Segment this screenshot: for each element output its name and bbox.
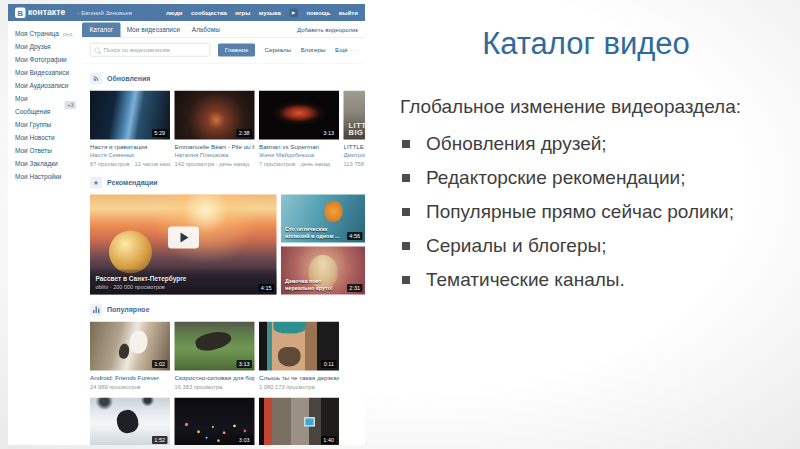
video-title[interactable]: Девочка поет нереально круто!	[285, 278, 340, 292]
filter-main-button[interactable]: Главное	[218, 43, 255, 56]
filter-bloggers[interactable]: Блогеры	[301, 46, 326, 53]
duration-badge: 1:40	[321, 436, 337, 444]
video-thumbnail[interactable]: 3:13	[175, 322, 255, 371]
section-header-recommendations: ★ Рекомендации	[90, 177, 365, 189]
video-card[interactable]: 2:38 Emmanuelle Béart - Pile ou face (В.…	[175, 91, 255, 168]
video-tabs: Каталог Мои видеозаписи Альбомы Добавить…	[82, 21, 365, 38]
video-card[interactable]: Сто оптических иллюзий в одном ... 4:56	[281, 195, 365, 243]
vk-logo-text: контакте	[28, 8, 65, 18]
sidebar-item-label: Мои Закладки	[15, 157, 58, 170]
video-title[interactable]: Настя и гравитация	[90, 143, 170, 151]
video-meta: oblitv · 200 000 просмотров	[96, 284, 247, 290]
vk-logo[interactable]: В контакте	[15, 7, 65, 18]
duration-badge: 3:13	[236, 360, 252, 368]
sidebar-item-my-page[interactable]: Моя Страница ред.	[15, 27, 82, 40]
bullet-item: Тематические каналы.	[398, 269, 774, 291]
play-button-icon[interactable]	[168, 227, 199, 249]
video-title[interactable]: LITTLE BI	[344, 143, 366, 151]
video-card-clipped[interactable]: LITTLE BIG LITTLE BI Дмитрий 113 758 п н…	[344, 91, 366, 168]
sidebar-item-news[interactable]: Мои Новости	[15, 131, 82, 144]
video-thumbnail[interactable]: 1:52	[90, 398, 170, 446]
video-title[interactable]: Сто оптических иллюзий в одном ...	[285, 226, 340, 240]
topbar-link-help[interactable]: помощь	[306, 9, 330, 16]
video-card[interactable]: 3:13 Batman vs Superman Женя Майдибнюша …	[259, 91, 339, 168]
recommendations-side-column: Сто оптических иллюзий в одном ... 4:56 …	[281, 195, 365, 295]
topbar-link-people[interactable]: люди	[166, 9, 182, 16]
bullet-item: Сериалы и блогеры;	[398, 235, 774, 257]
video-thumbnail[interactable]: 1:40	[259, 398, 339, 446]
video-meta: 142 просмотра · день назад	[175, 160, 255, 168]
video-thumbnail[interactable]: LITTLE BIG	[344, 91, 366, 140]
duration-badge: 0:11	[321, 360, 336, 368]
presentation-slide: В контакте ‹ Евгений Зиновьев люди сообщ…	[0, 0, 800, 449]
video-thumbnail[interactable]: 2:38	[175, 91, 255, 140]
video-card[interactable]: 0:11 Слышь ты че такая дерзкая? 1 080 17…	[259, 322, 339, 391]
bullet-item: Обновления друзей;	[398, 133, 774, 155]
video-title[interactable]: Android: Friends Furever	[90, 374, 170, 382]
topbar-link-logout[interactable]: выйти	[339, 9, 358, 16]
featured-video[interactable]: Рассвет в Санкт-Петербурге oblitv · 200 …	[90, 195, 277, 295]
updates-row: 5:29 Настя и гравитация Настя Семенюк 67…	[90, 91, 365, 168]
video-author[interactable]: Наталия Плешкова	[175, 151, 255, 159]
add-video-link[interactable]: Добавить видеоролик	[297, 26, 358, 37]
duration-badge: 3:13	[321, 129, 337, 137]
vk-main: Каталог Мои видеозаписи Альбомы Добавить…	[82, 21, 365, 445]
section-header-updates: Обновления	[90, 73, 365, 85]
video-author[interactable]: Настя Семенюк	[90, 151, 170, 159]
duration-badge: 2:38	[236, 129, 252, 137]
sidebar-item-groups[interactable]: Мои Группы	[15, 118, 82, 131]
sidebar-item-label: Мои Аудиозаписи	[15, 79, 68, 92]
filter-series[interactable]: Сериалы	[265, 46, 292, 53]
video-thumbnail[interactable]: 3:03	[175, 398, 255, 446]
topbar-user[interactable]: ‹ Евгений Зиновьев	[77, 9, 132, 16]
video-card[interactable]: 1:40 Как сдают бутылки в Германии 27 459…	[259, 398, 339, 446]
player-play-icon[interactable]: ▶	[289, 8, 298, 17]
sidebar-item-messages[interactable]: Мои Сообщения +3	[15, 92, 82, 118]
video-thumbnail[interactable]: 1:02	[90, 322, 170, 371]
video-author[interactable]: Женя Майдибнюша	[259, 151, 339, 159]
tab-my-videos[interactable]: Мои видеозаписи	[121, 23, 186, 38]
video-title[interactable]: Emmanuelle Béart - Pile ou face (В...	[175, 143, 255, 151]
video-card[interactable]: 5:29 Настя и гравитация Настя Семенюк 67…	[90, 91, 170, 168]
topbar-link-music[interactable]: музыка	[259, 9, 281, 16]
tab-albums[interactable]: Альбомы	[186, 23, 226, 38]
video-title[interactable]: Рассвет в Санкт-Петербурге	[96, 275, 247, 283]
video-title[interactable]: Слышь ты че такая дерзкая?	[259, 374, 339, 382]
search-row: Главное Сериалы Блогеры Ещё···	[82, 38, 365, 64]
sidebar-item-photos[interactable]: Мои Фотографии	[15, 53, 82, 66]
video-card[interactable]: 3:13 Скоростно-силовая для борцов . 16 3…	[175, 322, 255, 391]
sidebar-item-videos[interactable]: Мои Видеозаписи	[15, 66, 82, 79]
video-card[interactable]: Девочка поет нереально круто! 2:31	[281, 247, 365, 295]
topbar-link-games[interactable]: игры	[235, 9, 250, 16]
tab-catalog[interactable]: Каталог	[82, 23, 121, 38]
catalog-filters: Главное Сериалы Блогеры Ещё···	[218, 43, 358, 56]
sidebar-item-bookmarks[interactable]: Мои Закладки	[15, 157, 82, 170]
back-arrow-icon: ‹	[77, 10, 79, 16]
sidebar-item-audio[interactable]: Мои Аудиозаписи	[15, 79, 82, 92]
video-thumbnail[interactable]: 5:29	[90, 91, 170, 140]
video-author[interactable]: Дмитрий	[344, 151, 366, 159]
video-title[interactable]: Batman vs Superman	[259, 143, 339, 151]
vk-top-bar: В контакте ‹ Евгений Зиновьев люди сообщ…	[8, 4, 365, 21]
video-card[interactable]: 3:03 Новый 2015 год Актау время 00:00,..…	[175, 398, 255, 446]
search-box	[90, 43, 210, 57]
sidebar-item-friends[interactable]: Мои Друзья	[15, 40, 82, 53]
video-card[interactable]: 1:52 Хитрый пингвин (8 сек) 5 847 просмо…	[90, 398, 170, 446]
topbar-link-communities[interactable]: сообщества	[191, 9, 227, 16]
filter-more-label: Ещё	[335, 46, 348, 53]
video-card[interactable]: 1:02 Android: Friends Furever 24 989 про…	[90, 322, 170, 391]
star-icon: ★	[90, 177, 102, 189]
video-thumbnail[interactable]: 0:11	[259, 322, 339, 371]
edit-link[interactable]: ред.	[63, 27, 74, 40]
video-thumbnail[interactable]: 3:13	[259, 91, 339, 140]
sidebar-item-replies[interactable]: Мои Ответы	[15, 144, 82, 157]
video-meta: 67 просмотров · 12 часов назад	[90, 160, 170, 168]
sidebar-item-label: Мои Ответы	[15, 144, 52, 157]
filter-more[interactable]: Ещё···	[335, 46, 358, 53]
video-search-input[interactable]	[90, 43, 210, 57]
bullet-text: Сериалы и блогеры;	[426, 235, 606, 257]
sidebar-item-settings[interactable]: Мои Настройки	[15, 170, 82, 183]
video-title[interactable]: Скоростно-силовая для борцов .	[175, 374, 255, 382]
bullet-square-icon	[402, 276, 410, 284]
section-header-popular: Популярное	[90, 304, 365, 316]
